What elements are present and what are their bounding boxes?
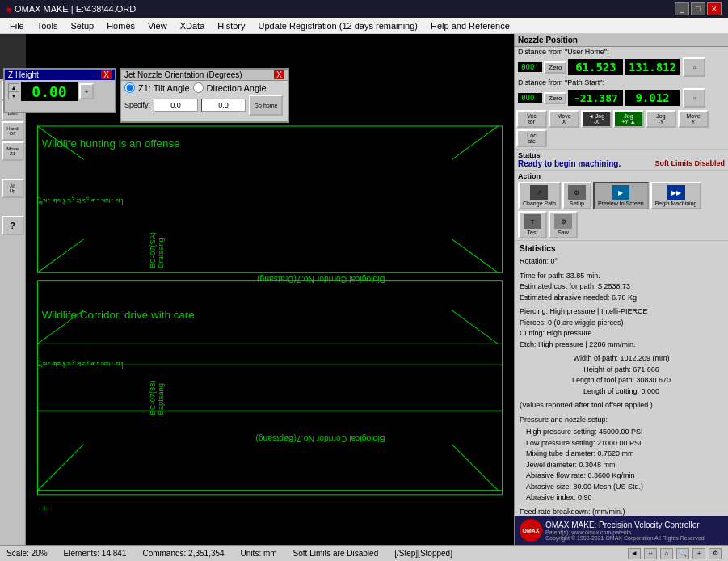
change-path-button[interactable]: ↗ Change Path [518, 182, 561, 209]
status-bar: Scale: 20% Elements: 14,841 Commands: 2,… [0, 545, 728, 561]
svg-line-14 [452, 126, 498, 159]
stats-abrasive: Estimated abrasive needed: 6.78 Kg [520, 293, 723, 304]
vector-button[interactable]: Vector [516, 110, 547, 128]
saw-icon: ⚙ [554, 214, 572, 229]
go-home-button-1[interactable]: ⌂ [683, 57, 705, 77]
z-up-arrow[interactable]: ▲ [8, 83, 19, 91]
menu-tools[interactable]: Tools [31, 19, 65, 32]
close-button[interactable]: ✕ [707, 2, 722, 15]
hand-off-button[interactable]: HandOff [2, 121, 24, 141]
direction-angle-radio[interactable] [193, 82, 204, 93]
all-up-button[interactable]: AllUp [2, 179, 24, 198]
z-plus-button[interactable]: + [79, 83, 94, 99]
omax-patent: Patent(s): www.omax.com/patents [545, 529, 705, 535]
zero-button-2[interactable]: Zero [544, 92, 566, 104]
statusbar-btn-5[interactable]: + [692, 548, 705, 559]
stats-feed-rate-title: Feed rate breakdown: (mm/min.) [520, 507, 723, 517]
step-status: [/Step][Stopped] [394, 549, 452, 558]
status-label: Status [518, 151, 725, 159]
pos-display-3: -21.387 [568, 90, 623, 106]
z-arrows: ▲ ▼ [8, 83, 19, 99]
menu-setup[interactable]: Setup [64, 19, 100, 32]
status-message: Ready to begin machining. [518, 159, 621, 168]
jet-nozzle-close-button[interactable]: X [274, 70, 284, 79]
stats-height: Height of path: 671.666 [520, 365, 723, 376]
omax-text-block: OMAX MAKE: Precision Velocity Controller… [545, 521, 705, 541]
statusbar-btn-2[interactable]: ↔ [644, 548, 657, 559]
scale-indicator: Scale: 20% [6, 549, 48, 558]
omax-logo-circle: OMAX [520, 519, 542, 542]
jet-go-home-button[interactable]: Go home [249, 95, 283, 116]
title-bar-controls[interactable]: _ □ ✕ [675, 2, 722, 15]
stats-cutting: Cutting: High pressure [520, 328, 723, 340]
tilt-angle-radio[interactable] [124, 82, 135, 93]
help-sidebar-button[interactable]: ? [2, 216, 24, 235]
jog-minus-x-button[interactable]: ◄ Jog-X [581, 110, 612, 128]
stats-etch: Etch: High pressure | 2286 mm/min. [520, 340, 723, 351]
menu-view[interactable]: View [141, 19, 174, 32]
action-section: Action ↗ Change Path ⚙ Setup ▶ Preview t… [515, 170, 728, 240]
path-start-distance-label: Distance from "Path Start": [515, 78, 728, 87]
menu-file[interactable]: File [3, 19, 31, 32]
statusbar-btn-1[interactable]: ◄ [628, 548, 641, 559]
statusbar-btn-6[interactable]: ⚙ [709, 548, 722, 559]
move-z1-button[interactable]: MoveZ1 [2, 141, 24, 161]
commands-count: Commands: 2,351,354 [142, 549, 224, 558]
right-panel: Nozzle Position Distance from "User Home… [514, 34, 728, 545]
move-y-button[interactable]: MoveY [678, 110, 709, 128]
svg-text:ལྦི་གས་རྩ་ཟིང་གི་ལམ་ས།: ལྦི་གས་རྩ་ཟིང་གི་ལམ་ས། [38, 196, 124, 207]
arrow-buttons-row: Vector MoveX ◄ Jog-X Jog+Y ▲ Jog-Y MoveY… [515, 108, 728, 149]
omax-logo-row: OMAX OMAX MAKE: Precision Velocity Contr… [520, 519, 723, 542]
go-home-button-2[interactable]: ⌂ [683, 88, 705, 108]
stats-low-pressure: Low pressure setting: 21000.00 PSI [520, 438, 723, 449]
statusbar-btn-3[interactable]: ⌂ [660, 548, 673, 559]
svg-line-17 [452, 445, 498, 491]
stats-pressure-title: Pressure and nozzle setup: [520, 415, 723, 426]
jog-minus-y-button[interactable]: Jog-Y [646, 110, 676, 128]
pos-display-4: 9.012 [625, 90, 680, 106]
svg-text:Biological Corridor No.7(Bapts: Biological Corridor No.7(Baptsang) [255, 434, 385, 443]
jog-plus-y-button[interactable]: Jog+Y ▲ [613, 110, 644, 128]
menu-history[interactable]: History [211, 19, 251, 32]
test-icon: T [524, 214, 541, 229]
svg-text:BC-07(SA): BC-07(SA) [149, 232, 157, 268]
preview-icon: ▶ [612, 185, 629, 200]
svg-text:Dratsang: Dratsang [157, 238, 165, 268]
user-home-distance-label: Distance from "User Home": [515, 47, 728, 57]
svg-line-11 [37, 239, 83, 272]
menu-update-reg[interactable]: Update Registration (12 days remaining) [251, 19, 424, 32]
menu-xdata[interactable]: XData [174, 19, 212, 32]
jet-nozzle-panel: Jet Nozzle Orientation (Degrees) X Z1: T… [120, 68, 289, 123]
stats-time-for-path: Time for path: 33.85 min. [520, 271, 723, 282]
change-path-icon: ↗ [530, 185, 548, 200]
begin-machining-icon: ▶▶ [667, 185, 685, 200]
svg-rect-9 [37, 411, 502, 495]
saw-button[interactable]: ⚙ Saw [549, 211, 578, 238]
preview-to-screen-button[interactable]: ▶ Preview to Screen [593, 182, 649, 209]
begin-machining-button[interactable]: ▶▶ Begin Machining [650, 182, 702, 209]
app-icon: ■ [6, 5, 11, 14]
elements-count: Elements: 14,841 [64, 549, 127, 558]
setup-button[interactable]: ⚙ Setup [562, 182, 591, 209]
locate-button[interactable]: Locate [516, 129, 547, 147]
menu-bar: File Tools Setup Homes View XData Histor… [0, 18, 728, 34]
menu-homes[interactable]: Homes [100, 19, 141, 32]
test-button[interactable]: T Test [518, 211, 547, 238]
statusbar-btn-4[interactable]: 🔍 [676, 548, 689, 559]
z-height-close-button[interactable]: X [101, 70, 112, 79]
move-x-button[interactable]: MoveX [549, 110, 579, 128]
maximize-button[interactable]: □ [691, 2, 705, 15]
direction-input[interactable] [201, 99, 246, 112]
nozzle-position-header: Nozzle Position [515, 34, 728, 47]
units-indicator: Units: mm [241, 549, 277, 558]
soft-limits-status: Soft Limits Disabled [654, 159, 725, 168]
svg-text:Biological Corridor No.7(Drats: Biological Corridor No.7(Dratsang) [257, 275, 385, 284]
status-text-row: Ready to begin machining. Soft Limits Di… [518, 159, 725, 168]
z-down-arrow[interactable]: ▼ [8, 91, 19, 99]
menu-help[interactable]: Help and Reference [424, 19, 516, 32]
zero-button-1[interactable]: Zero [544, 61, 566, 74]
tilt-input[interactable] [154, 99, 198, 112]
minimize-button[interactable]: _ [675, 2, 689, 15]
pos-display-1: 61.523 [568, 59, 623, 75]
svg-line-13 [37, 445, 83, 491]
